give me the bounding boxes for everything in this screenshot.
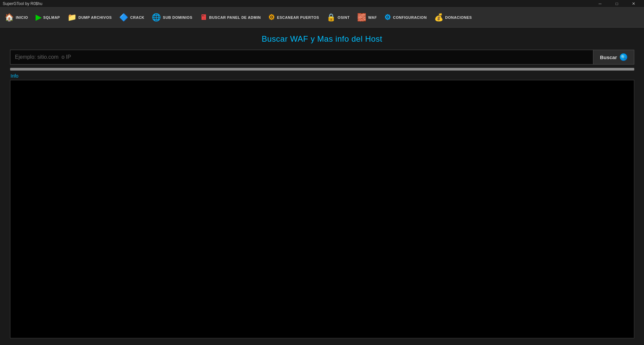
search-button[interactable]: Buscar 🔍	[593, 50, 634, 64]
inicio-label: INICIO	[16, 15, 28, 19]
page-title: Buscar WAF y Mas info del Host	[262, 34, 383, 44]
dump-label: DUMP ARCHIVOS	[79, 15, 112, 19]
subdom-label: SUB DOMINIOS	[163, 15, 192, 19]
crack-label: CRACK	[130, 15, 144, 19]
waf-label: WAF	[368, 15, 377, 19]
scan-icon: ⚙	[268, 14, 275, 21]
navbar: 🏠INICIO▶SQLMAP📁DUMP ARCHIVOS🔷CRACK🌐SUB D…	[0, 7, 644, 28]
minimize-button[interactable]: ─	[592, 0, 608, 7]
waf-icon: 🧱	[357, 14, 366, 21]
osint-label: OSINT	[338, 15, 350, 19]
config-icon: ⚙	[384, 14, 391, 21]
progress-bar	[10, 68, 634, 71]
admin-label: BUSCAR PANEL DE ADMIN	[209, 15, 261, 19]
donate-icon: 💰	[434, 14, 443, 21]
title-bar-text: SuperGTool by R0$hu	[3, 1, 42, 6]
admin-icon: 🖥	[200, 14, 207, 21]
search-icon: 🔍	[620, 53, 627, 61]
inicio-icon: 🏠	[5, 14, 14, 21]
search-container: Buscar 🔍	[10, 50, 634, 64]
osint-icon: 🔒	[327, 14, 336, 21]
title-bar-controls: ─ □ ✕	[592, 0, 641, 7]
nav-item-sqlmap[interactable]: ▶SQLMAP	[32, 9, 63, 26]
close-button[interactable]: ✕	[626, 0, 641, 7]
nav-item-crack[interactable]: 🔷CRACK	[116, 9, 148, 26]
subdom-icon: 🌐	[152, 14, 161, 21]
nav-item-scan[interactable]: ⚙ESCANEAR PUERTOS	[265, 9, 323, 26]
nav-item-dump[interactable]: 📁DUMP ARCHIVOS	[64, 9, 115, 26]
sqlmap-icon: ▶	[36, 14, 41, 21]
search-button-label: Buscar	[600, 54, 617, 60]
info-label: Info	[10, 73, 634, 79]
output-area[interactable]	[10, 80, 634, 338]
crack-icon: 🔷	[119, 14, 128, 21]
dump-icon: 📁	[67, 14, 77, 21]
sqlmap-label: SQLMAP	[43, 15, 60, 19]
config-label: CONFIGURACION	[393, 15, 427, 19]
maximize-button[interactable]: □	[609, 0, 625, 7]
nav-item-donate[interactable]: 💰DONACIONES	[431, 9, 476, 26]
nav-item-admin[interactable]: 🖥BUSCAR PANEL DE ADMIN	[196, 9, 264, 26]
scan-label: ESCANEAR PUERTOS	[277, 15, 319, 19]
nav-item-subdom[interactable]: 🌐SUB DOMINIOS	[148, 9, 196, 26]
main-content: Buscar WAF y Mas info del Host Buscar 🔍 …	[0, 28, 644, 345]
search-input[interactable]	[10, 50, 593, 64]
donate-label: DONACIONES	[445, 15, 472, 19]
nav-item-osint[interactable]: 🔒OSINT	[323, 9, 353, 26]
title-bar: SuperGTool by R0$hu ─ □ ✕	[0, 0, 644, 7]
nav-item-inicio[interactable]: 🏠INICIO	[1, 9, 32, 26]
nav-item-waf[interactable]: 🧱WAF	[354, 9, 380, 26]
nav-item-config[interactable]: ⚙CONFIGURACION	[381, 9, 430, 26]
